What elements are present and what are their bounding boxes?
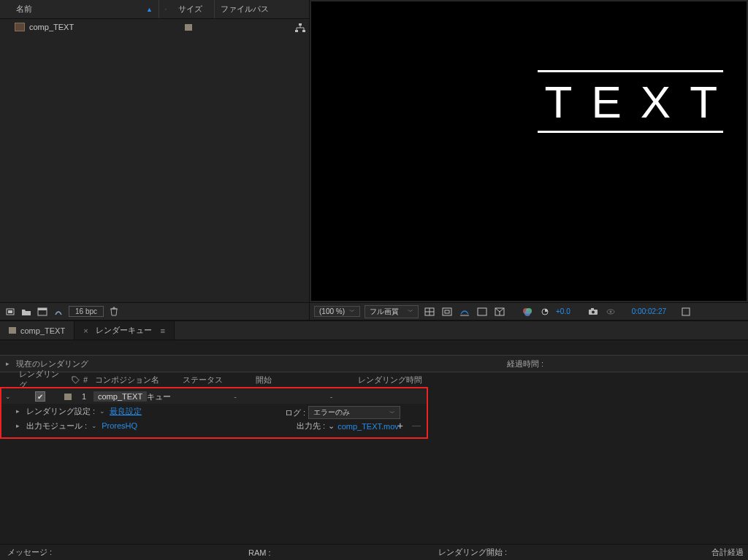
elapsed-label: 経過時間 : xyxy=(507,358,543,369)
label-color-icon[interactable] xyxy=(64,394,72,400)
new-comp-icon[interactable] xyxy=(37,307,48,317)
region-of-interest-icon[interactable] xyxy=(458,306,471,318)
channels-icon[interactable] xyxy=(521,306,534,318)
composition-preview-panel: TEXT (100 %)﹀ フル画質﹀ +0.0 0 xyxy=(310,0,748,320)
composition-icon xyxy=(15,23,25,31)
render-queue-panel: comp_TEXT × レンダーキュー ≡ ▸ 現在のレンダリング 経過時間 :… xyxy=(0,320,748,560)
col-number[interactable]: # xyxy=(80,375,92,384)
project-item[interactable]: comp_TEXT xyxy=(0,19,309,35)
output-to-row: 出力先 : ⌄ comp_TEXT.mov xyxy=(297,421,399,431)
output-to-label: 出力先 : xyxy=(297,421,325,431)
column-path[interactable]: ファイルパス xyxy=(215,0,309,18)
item-comp-name[interactable]: comp_TEXT xyxy=(94,391,147,402)
column-name-label: 名前 xyxy=(16,4,32,15)
panel-menu-icon[interactable]: ≡ xyxy=(161,326,165,335)
label-color-icon[interactable] xyxy=(185,24,192,31)
expand-icon[interactable]: ▸ xyxy=(6,360,16,367)
col-time[interactable]: レンダリング時間 xyxy=(355,375,457,386)
render-settings-label: レンダリング設定 : xyxy=(26,406,95,417)
current-render-label: 現在のレンダリング xyxy=(16,358,88,369)
status-bar: メッセージ : RAM : レンダリング開始 : 合計経過 xyxy=(0,544,748,560)
panel-tabs: comp_TEXT × レンダーキュー ≡ xyxy=(0,321,748,340)
interpret-footage-icon[interactable] xyxy=(4,307,16,317)
output-module-value[interactable]: ProresHQ xyxy=(102,421,137,430)
svg-rect-21 xyxy=(591,308,594,310)
item-start: - xyxy=(234,392,237,401)
new-folder-icon[interactable] xyxy=(20,307,32,317)
tab-composition[interactable]: comp_TEXT xyxy=(0,321,75,340)
svg-rect-24 xyxy=(682,308,690,315)
expand-icon[interactable]: ▸ xyxy=(16,407,23,415)
trash-icon[interactable] xyxy=(108,307,120,317)
column-size[interactable]: サイズ xyxy=(172,0,215,18)
col-comp[interactable]: コンポジション名 xyxy=(92,375,180,386)
sort-arrow-icon[interactable]: ▲ xyxy=(146,6,153,13)
column-name[interactable]: 名前 ▲ xyxy=(0,0,159,18)
chevron-down-icon[interactable]: ⌄ xyxy=(91,422,97,429)
col-status[interactable]: ステータス xyxy=(180,375,253,386)
svg-rect-3 xyxy=(302,30,305,32)
svg-rect-2 xyxy=(295,30,298,32)
col-tag[interactable] xyxy=(69,376,80,384)
chevron-down-icon: ﹀ xyxy=(389,409,395,417)
remove-output-module-icon[interactable]: — xyxy=(412,421,421,431)
bit-depth-selector[interactable]: 16 bpc xyxy=(69,306,104,317)
tab-render-queue[interactable]: × レンダーキュー ≡ xyxy=(75,321,175,340)
status-ram: RAM : xyxy=(248,548,438,557)
flowchart-icon[interactable] xyxy=(295,23,305,32)
svg-rect-11 xyxy=(443,308,451,315)
preview-toolbar: (100 %)﹀ フル画質﹀ +0.0 0:00:02:27 xyxy=(310,302,748,320)
render-queue-columns: レンダリング # コンポジション名 ステータス 開始 レンダリング時間 xyxy=(0,372,748,387)
svg-rect-12 xyxy=(445,310,449,313)
expand-icon[interactable]: ⌄ xyxy=(3,393,13,400)
exposure-icon[interactable] xyxy=(538,306,552,318)
zoom-dropdown[interactable]: (100 %)﹀ xyxy=(314,306,360,317)
quality-dropdown[interactable]: フル画質﹀ xyxy=(365,305,419,318)
svg-point-18 xyxy=(524,310,530,316)
render-checkbox[interactable]: ✔ xyxy=(35,391,45,402)
project-item-name: comp_TEXT xyxy=(29,23,74,31)
item-number: 1 xyxy=(82,392,94,401)
exposure-value[interactable]: +0.0 xyxy=(556,307,570,315)
chevron-down-icon[interactable]: ⌄ xyxy=(99,407,105,415)
preview-canvas[interactable]: TEXT xyxy=(311,1,747,301)
transparency-grid-icon[interactable] xyxy=(476,306,489,318)
expand-icon[interactable]: ▸ xyxy=(16,422,23,429)
status-message: メッセージ : xyxy=(0,547,248,558)
preview-content: TEXT xyxy=(538,70,736,133)
status-total-elapsed: 合計経過 xyxy=(711,547,748,558)
column-tag[interactable] xyxy=(159,0,172,18)
project-panel: 名前 ▲ サイズ ファイルパス comp_TEXT xyxy=(0,0,310,320)
log-row: ログ : エラーのみ﹀ xyxy=(285,406,400,419)
col-start[interactable]: 開始 xyxy=(253,375,355,386)
mask-toggle-icon[interactable] xyxy=(440,306,454,318)
svg-point-22 xyxy=(592,311,595,314)
render-item-row[interactable]: ⌄ ✔ 1 comp_TEXT キュー - - xyxy=(1,389,427,404)
snapshot-icon[interactable] xyxy=(587,306,600,318)
chevron-down-icon: ﹀ xyxy=(408,307,413,315)
svg-rect-7 xyxy=(38,308,47,310)
chevron-down-icon[interactable]: ⌄ xyxy=(328,421,335,431)
status-render-start: レンダリング開始 : xyxy=(438,547,711,558)
preview-timecode[interactable]: 0:00:02:27 xyxy=(632,307,666,315)
output-module-label: 出力モジュール : xyxy=(26,421,87,431)
render-settings-value[interactable]: 最良設定 xyxy=(110,406,142,417)
item-time: - xyxy=(330,392,333,401)
project-list[interactable]: comp_TEXT xyxy=(0,19,309,302)
3d-view-icon[interactable] xyxy=(493,306,506,318)
log-label: ログ : xyxy=(285,407,305,418)
close-icon[interactable]: × xyxy=(83,326,88,335)
svg-rect-5 xyxy=(8,310,12,313)
output-file-value[interactable]: comp_TEXT.mov xyxy=(337,422,399,431)
svg-rect-14 xyxy=(478,308,486,315)
label-color-icon xyxy=(9,327,16,334)
project-columns-header: 名前 ▲ サイズ ファイルパス xyxy=(0,0,309,19)
adjustment-icon[interactable] xyxy=(53,307,64,317)
grid-toggle-icon[interactable] xyxy=(423,306,436,318)
render-queue-item: ⌄ ✔ 1 comp_TEXT キュー - - ▸ レンダリング設定 : ⌄ 最… xyxy=(0,387,428,439)
log-dropdown[interactable]: エラーのみ﹀ xyxy=(308,406,400,419)
show-snapshot-icon[interactable] xyxy=(604,306,617,318)
item-status: キュー xyxy=(147,391,171,402)
timecode-base-icon[interactable] xyxy=(679,306,692,318)
project-footer: 16 bpc xyxy=(0,302,309,320)
